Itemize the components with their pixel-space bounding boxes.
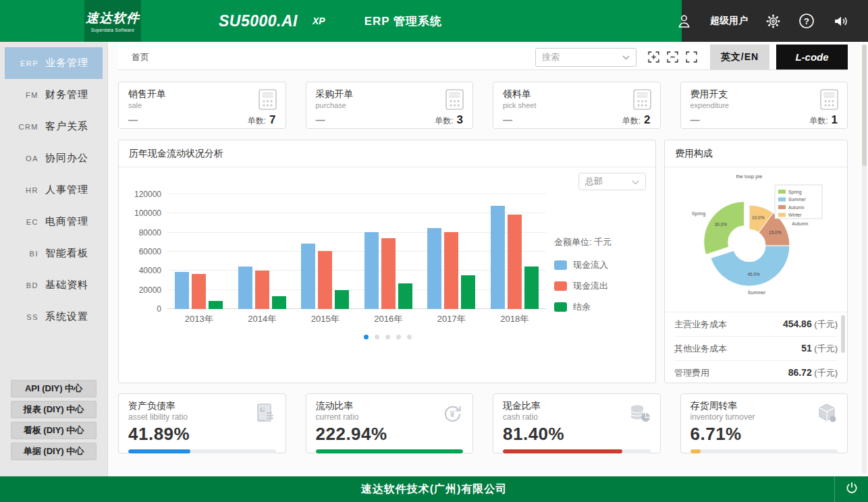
bar-cash-inflow[interactable] — [491, 206, 505, 309]
sidebar-item-crm[interactable]: CRM客户关系 — [5, 111, 103, 142]
search-input[interactable]: 搜索 — [535, 48, 636, 67]
fullscreen-icon[interactable] — [685, 51, 698, 63]
sidebar-item-bd[interactable]: BD基础资料 — [5, 269, 103, 301]
legend-item[interactable]: 现金流出 — [554, 280, 646, 292]
bar-balance[interactable] — [398, 283, 412, 309]
calculator-icon — [259, 89, 277, 113]
kpi-card-current-ratio[interactable]: 流动比率current ratio¥222.94% — [306, 393, 474, 453]
bar-balance[interactable] — [272, 296, 286, 309]
lcode-button[interactable]: L-code — [776, 45, 848, 69]
app-footer: 速达软件技术(广州)有限公司 — [0, 476, 868, 502]
user-icon[interactable] — [676, 13, 693, 30]
bar-cash-inflow[interactable] — [301, 244, 315, 309]
legend-items: 现金流入现金流出结余 — [554, 259, 646, 313]
stat-count-label: 单数: — [248, 115, 266, 127]
pie-slice-spring[interactable] — [704, 202, 744, 255]
bar-chart: 020000400006000080000100000120000 2013年2… — [130, 194, 646, 325]
legend-label: 现金流出 — [573, 280, 608, 292]
cash-flow-panel-body: 总部 020000400006000080000100000120000 — [119, 167, 655, 383]
sidebar-item-bi[interactable]: BI智能看板 — [5, 238, 103, 269]
stat-count-value: 3 — [457, 113, 463, 127]
kpi-card-asset-libility-ratio[interactable]: 资产负债率asset libility ratio41.89% — [118, 393, 286, 453]
legend-swatch — [554, 260, 567, 270]
expense-row: 管理费用86.72 (千元) — [674, 361, 838, 385]
help-icon[interactable]: ? — [798, 13, 815, 29]
language-toggle-button[interactable]: 英文/EN — [710, 45, 769, 69]
bar-cash-outflow[interactable] — [318, 251, 332, 309]
diy-center-buttons: API (DIY) 中心报表 (DIY) 中心看板 (DIY) 中心单据 (DI… — [0, 380, 107, 462]
kpi-progress-fill — [690, 449, 701, 453]
collapse-minus-icon[interactable] — [666, 51, 679, 63]
chart-legend: 金额单位: 千元 现金流入现金流出结余 — [546, 194, 646, 325]
sidebar-item-erp[interactable]: ERP业务管理 — [5, 47, 103, 79]
carousel-dot[interactable] — [364, 335, 369, 339]
diy-center-button[interactable]: 报表 (DIY) 中心 — [11, 401, 97, 418]
pie-outer-label: Autumn — [792, 221, 808, 226]
carousel-dot[interactable] — [396, 335, 401, 339]
branch-select[interactable]: 总部 — [578, 173, 646, 190]
sidebar-item-ec[interactable]: EC电商管理 — [5, 206, 103, 238]
bar-cash-inflow[interactable] — [427, 228, 441, 309]
svg-text:Autumn: Autumn — [788, 205, 805, 210]
scrollbar-thumb[interactable] — [862, 45, 867, 166]
bar-balance[interactable] — [335, 290, 349, 309]
body: ERP业务管理FM财务管理CRM客户关系OA协同办公HR人事管理EC电商管理BI… — [0, 42, 868, 476]
username[interactable]: 超级用户 — [710, 15, 748, 27]
list-scrollbar-thumb[interactable] — [841, 315, 845, 353]
sidebar-item-prefix: ERP — [17, 59, 38, 67]
stat-card-dash: — — [503, 115, 512, 125]
sidebar-item-label: 人事管理 — [45, 184, 88, 196]
sidebar-item-oa[interactable]: OA协同办公 — [5, 142, 103, 174]
tab-home[interactable]: 首页 — [132, 51, 149, 63]
bar-cash-outflow[interactable] — [255, 271, 269, 309]
cube-icon — [815, 401, 839, 428]
kpi-progress-fill — [128, 449, 190, 453]
logo[interactable]: 速达软件 Superdata Software — [84, 0, 141, 42]
bar-cash-inflow[interactable] — [238, 267, 252, 309]
pagebar-tools: 搜索 — [535, 45, 848, 69]
power-button[interactable] — [834, 476, 868, 502]
bar-cash-outflow[interactable] — [381, 238, 396, 309]
pie-legend: SpringSummerAutumnWinter — [775, 185, 822, 219]
bar-cash-inflow[interactable] — [175, 272, 189, 309]
stat-card-sale[interactable]: 销售开单sale—单数:7 — [118, 82, 286, 129]
stat-card-expenditure[interactable]: 费用开支expenditure—单数:1 — [680, 82, 848, 129]
carousel-dot[interactable] — [375, 335, 379, 339]
bar-cash-inflow[interactable] — [364, 232, 379, 309]
sidebar-item-fm[interactable]: FM财务管理 — [5, 79, 103, 111]
speaker-icon[interactable] — [832, 13, 849, 30]
carousel-dot[interactable] — [385, 335, 390, 339]
diy-center-button[interactable]: 看板 (DIY) 中心 — [11, 422, 97, 439]
receipt-chart-icon — [253, 401, 277, 428]
expand-plus-icon[interactable] — [647, 51, 660, 63]
legend-item[interactable]: 结余 — [554, 301, 646, 313]
stat-card-purchase[interactable]: 采购开单purchase—单数:3 — [306, 82, 474, 129]
carousel-dot[interactable] — [407, 335, 412, 339]
diy-center-button[interactable]: 单据 (DIY) 中心 — [11, 443, 97, 460]
svg-text:Spring: Spring — [788, 190, 802, 195]
legend-item[interactable]: 现金流入 — [554, 259, 646, 271]
content-scrollbar[interactable] — [862, 45, 867, 474]
stat-card-pick-sheet[interactable]: 领料单pick sheet—单数:2 — [493, 82, 661, 129]
stat-card-subtitle: pick sheet — [503, 101, 651, 109]
gear-icon[interactable] — [765, 13, 781, 29]
bar-cash-outflow[interactable] — [192, 274, 206, 309]
bar-cash-outflow[interactable] — [508, 215, 522, 309]
sidebar-item-hr[interactable]: HR人事管理 — [5, 174, 103, 206]
stat-count-value: 7 — [269, 113, 275, 127]
search-placeholder: 搜索 — [542, 51, 560, 63]
sidebar-item-ss[interactable]: SS系统设置 — [5, 301, 103, 333]
page-tabbar: 首页 搜索 — [118, 45, 848, 70]
kpi-card-inventory-turnover[interactable]: 存货周转率inventory turnover6.71% — [680, 393, 848, 453]
kpi-card-cash-ratio[interactable]: 现金比率cash ratio81.40% — [493, 393, 661, 453]
chevron-down-icon — [622, 52, 630, 62]
bar-balance[interactable] — [461, 275, 475, 309]
bar-cash-outflow[interactable] — [444, 232, 458, 309]
diy-center-button[interactable]: API (DIY) 中心 — [11, 380, 97, 397]
logo-subtitle: Superdata Software — [91, 28, 135, 32]
y-tick-label: 40000 — [139, 266, 161, 275]
bar-balance[interactable] — [209, 301, 223, 309]
plot-area — [167, 194, 546, 309]
pie-slice-summer[interactable] — [711, 246, 790, 286]
bar-balance[interactable] — [524, 267, 539, 309]
